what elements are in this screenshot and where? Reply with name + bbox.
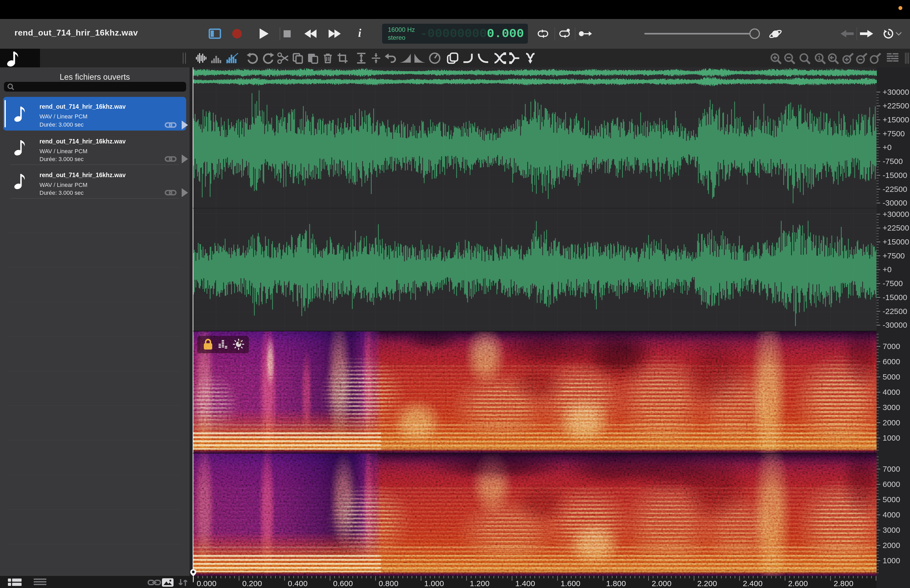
svg-text:-7500: -7500 [883, 157, 903, 166]
svg-text:-7500: -7500 [883, 279, 903, 288]
svg-text:6000: 6000 [883, 357, 900, 366]
svg-text:0.800: 0.800 [379, 579, 398, 588]
svg-text:2.800: 2.800 [834, 579, 853, 588]
svg-text:+7500: +7500 [883, 251, 905, 260]
svg-text:2.000: 2.000 [652, 579, 671, 588]
svg-text:+22500: +22500 [883, 101, 909, 110]
svg-text:+22500: +22500 [883, 223, 909, 232]
svg-text:-15000: -15000 [883, 293, 907, 302]
svg-text:-22500: -22500 [883, 185, 907, 194]
svg-text:1000: 1000 [883, 433, 900, 442]
svg-text:0.400: 0.400 [288, 579, 307, 588]
svg-text:0.000: 0.000 [197, 579, 217, 588]
svg-text:4000: 4000 [883, 388, 900, 396]
svg-text:+7500: +7500 [883, 129, 905, 138]
svg-text:5000: 5000 [883, 372, 900, 381]
svg-text:+0: +0 [883, 143, 892, 152]
svg-text:3000: 3000 [883, 403, 900, 412]
svg-text:1000: 1000 [883, 556, 900, 565]
svg-text:1.600: 1.600 [561, 579, 580, 588]
svg-text:7000: 7000 [883, 342, 900, 351]
svg-text:6000: 6000 [883, 480, 900, 488]
svg-text:1.200: 1.200 [470, 579, 490, 588]
svg-text:4000: 4000 [883, 510, 900, 519]
svg-text:0.600: 0.600 [333, 579, 353, 588]
svg-text:-30000: -30000 [883, 199, 907, 207]
svg-text:+15000: +15000 [883, 115, 909, 124]
svg-text:3000: 3000 [883, 526, 900, 534]
svg-text:2000: 2000 [883, 541, 900, 549]
svg-text:2.200: 2.200 [697, 579, 717, 588]
svg-text:1.000: 1.000 [424, 579, 444, 588]
svg-text:2000: 2000 [883, 418, 900, 427]
svg-text:-15000: -15000 [883, 171, 907, 179]
svg-text:-22500: -22500 [883, 307, 907, 316]
svg-text:1.800: 1.800 [606, 579, 626, 588]
svg-text:1.400: 1.400 [515, 579, 535, 588]
svg-text:7000: 7000 [883, 465, 900, 473]
svg-text:2.400: 2.400 [743, 579, 763, 588]
svg-text:2.600: 2.600 [788, 579, 808, 588]
svg-text:5000: 5000 [883, 495, 900, 504]
svg-text:+30000: +30000 [883, 210, 909, 218]
svg-text:+30000: +30000 [883, 88, 909, 96]
svg-text:0.200: 0.200 [242, 579, 262, 588]
svg-text:+0: +0 [883, 265, 892, 274]
svg-text:-30000: -30000 [883, 321, 907, 329]
svg-text:+15000: +15000 [883, 237, 909, 246]
